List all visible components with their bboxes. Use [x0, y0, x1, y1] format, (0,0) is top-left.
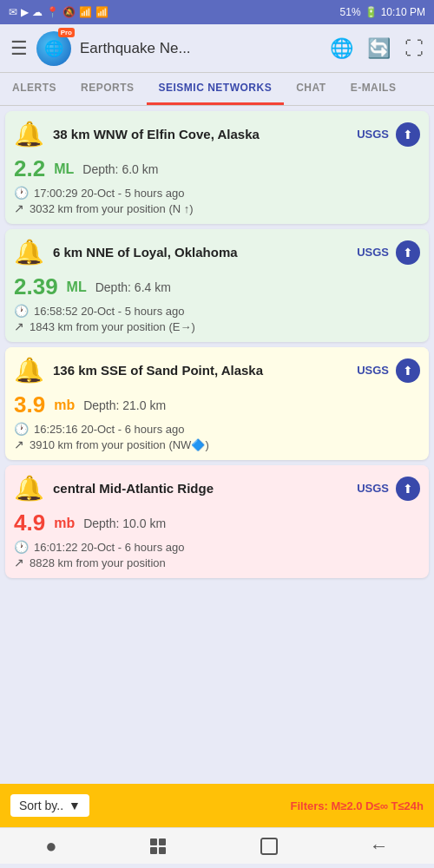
- share-button-1[interactable]: ⬆: [396, 122, 420, 147]
- status-bar-right: 51% 🔋 10:10 PM: [340, 6, 425, 18]
- card-body-1: 2.2ML Depth: 6.0 km 🕐 17:00:29 20-Oct - …: [5, 154, 429, 224]
- tab-alerts[interactable]: ALERTS: [0, 73, 69, 105]
- expand-icon[interactable]: ⛶: [404, 37, 424, 60]
- back-nav-button[interactable]: ←: [370, 835, 389, 858]
- mail-icon: ✉: [9, 6, 17, 18]
- svg-rect-0: [150, 838, 157, 845]
- depth-3: Depth: 21.0 km: [83, 398, 166, 412]
- eq-source-4: USGS: [357, 482, 389, 495]
- earthquake-icon-3: 🔔: [14, 356, 44, 385]
- time-4: 16:01:22 20-Oct - 6 hours ago: [34, 541, 184, 554]
- time-line-1: 🕐 17:00:29 20-Oct - 5 hours ago: [14, 186, 420, 200]
- wifi-icon: 📶: [79, 6, 92, 18]
- clock-icon-3: 🕐: [14, 422, 29, 436]
- magnitude-type-1: ML: [54, 161, 74, 177]
- filter-mag: 2.0: [346, 799, 362, 812]
- share-button-2[interactable]: ⬆: [396, 240, 420, 265]
- cloud-icon: ☁: [32, 6, 43, 18]
- play-icon: ▶: [21, 6, 29, 18]
- sort-button[interactable]: Sort by.. ▼: [10, 794, 89, 817]
- time-3: 16:25:16 20-Oct - 6 hours ago: [34, 423, 184, 436]
- card-body-3: 3.9mb Depth: 21.0 km 🕐 16:25:16 20-Oct -…: [5, 390, 429, 460]
- magnitude-type-3: mb: [54, 398, 75, 413]
- distance-2: 1843 km from your position (E→): [30, 320, 195, 333]
- location-icon: 📍: [46, 6, 59, 18]
- card-top-1: 🔔 38 km WNW of Elfin Cove, Alaska USGS ⬆: [5, 111, 429, 154]
- distance-line-3: ↗ 3910 km from your position (NW🔷): [14, 437, 420, 451]
- earthquake-card-1[interactable]: 🔔 38 km WNW of Elfin Cove, Alaska USGS ⬆…: [5, 111, 429, 224]
- earthquake-list: 🔔 38 km WNW of Elfin Cove, Alaska USGS ⬆…: [0, 106, 434, 784]
- home-nav-button[interactable]: ●: [45, 835, 56, 858]
- depth-2: Depth: 6.4 km: [95, 280, 171, 294]
- magnitude-line-3: 3.9mb Depth: 21.0 km: [14, 391, 420, 418]
- depth-1: Depth: 6.0 km: [82, 162, 158, 176]
- earthquake-icon-2: 🔔: [14, 238, 44, 266]
- earthquake-icon-1: 🔔: [14, 120, 44, 148]
- magnitude-type-2: ML: [67, 279, 87, 295]
- battery-icon: 🔋: [365, 6, 378, 18]
- clock-icon-1: 🕐: [14, 186, 29, 200]
- magnitude-value-4: 4.9: [14, 510, 45, 536]
- card-body-4: 4.9mb Depth: 10.0 km 🕐 16:01:22 20-Oct -…: [5, 508, 429, 578]
- menu-button[interactable]: ☰: [10, 37, 28, 60]
- card-body-2: 2.39ML Depth: 6.4 km 🕐 16:58:52 20-Oct -…: [5, 272, 429, 342]
- distance-line-4: ↗ 8828 km from your position: [14, 556, 420, 569]
- app-bar-actions: 🌐 🔄 ⛶: [330, 37, 424, 60]
- svg-rect-3: [159, 847, 166, 854]
- tab-bar: ALERTS REPORTS SEISMIC NETWORKS CHAT E-M…: [0, 73, 434, 106]
- tab-emails[interactable]: E-MAILS: [339, 73, 409, 105]
- clock-icon-4: 🕐: [14, 540, 29, 554]
- card-top-3: 🔔 136 km SSE of Sand Point, Alaska USGS …: [5, 347, 429, 390]
- time-2: 16:58:52 20-Oct - 5 hours ago: [34, 305, 184, 318]
- tab-reports[interactable]: REPORTS: [69, 73, 147, 105]
- svg-rect-1: [159, 838, 166, 845]
- earthquake-card-4[interactable]: 🔔 central Mid-Atlantic Ridge USGS ⬆ 4.9m…: [5, 465, 429, 578]
- tab-seismic-networks[interactable]: SEISMIC NETWORKS: [147, 73, 285, 105]
- eq-source-3: USGS: [357, 364, 389, 377]
- share-button-3[interactable]: ⬆: [396, 358, 420, 383]
- magnitude-type-4: mb: [54, 516, 75, 531]
- svg-rect-4: [261, 838, 277, 854]
- earthquake-icon-4: 🔔: [14, 474, 44, 503]
- sort-chevron-icon: ▼: [69, 799, 81, 812]
- distance-4: 8828 km from your position: [30, 556, 166, 569]
- eq-source-1: USGS: [357, 128, 389, 141]
- filter-dist: D≤∞ T≤24h: [365, 799, 424, 812]
- mute-icon: 🔕: [62, 6, 76, 18]
- compass-icon-1: ↗: [14, 201, 24, 215]
- status-bar-left: ✉ ▶ ☁ 📍 🔕 📶 📶: [9, 6, 108, 18]
- refresh-icon[interactable]: 🔄: [367, 37, 391, 60]
- tab-chat[interactable]: CHAT: [284, 73, 338, 105]
- sort-label: Sort by..: [19, 799, 63, 812]
- share-button-4[interactable]: ⬆: [396, 477, 420, 501]
- eq-location-3: 136 km SSE of Sand Point, Alaska: [53, 362, 357, 379]
- magnitude-value-3: 3.9: [14, 391, 45, 418]
- app-title: Earthquake Ne...: [80, 40, 321, 57]
- distance-line-2: ↗ 1843 km from your position (E→): [14, 319, 420, 333]
- earthquake-card-2[interactable]: 🔔 6 km NNE of Loyal, Oklahoma USGS ⬆ 2.3…: [5, 229, 429, 342]
- square-nav-button[interactable]: [260, 837, 279, 856]
- clock-icon-2: 🕐: [14, 304, 29, 318]
- depth-4: Depth: 10.0 km: [83, 516, 166, 530]
- time-line-2: 🕐 16:58:52 20-Oct - 5 hours ago: [14, 304, 420, 318]
- pro-badge: Pro: [58, 28, 75, 37]
- magnitude-line-1: 2.2ML Depth: 6.0 km: [14, 155, 420, 182]
- globe-icon[interactable]: 🌐: [330, 37, 353, 60]
- app-logo: 🌐 Pro: [36, 31, 71, 66]
- square-icon: [260, 837, 279, 856]
- eq-location-1: 38 km WNW of Elfin Cove, Alaska: [53, 126, 357, 143]
- time-line-3: 🕐 16:25:16 20-Oct - 6 hours ago: [14, 422, 420, 436]
- magnitude-line-2: 2.39ML Depth: 6.4 km: [14, 273, 420, 300]
- compass-icon-2: ↗: [14, 319, 24, 333]
- status-bar: ✉ ▶ ☁ 📍 🔕 📶 📶 51% 🔋 10:10 PM: [0, 0, 434, 24]
- bottom-bar: Sort by.. ▼ Filters: M≥2.0 D≤∞ T≤24h: [0, 784, 434, 827]
- card-top-2: 🔔 6 km NNE of Loyal, Oklahoma USGS ⬆: [5, 229, 429, 272]
- battery-percent: 51%: [340, 6, 361, 18]
- card-top-4: 🔔 central Mid-Atlantic Ridge USGS ⬆: [5, 465, 429, 508]
- recent-nav-button[interactable]: [148, 836, 168, 857]
- earthquake-card-3[interactable]: 🔔 136 km SSE of Sand Point, Alaska USGS …: [5, 347, 429, 460]
- magnitude-value-2: 2.39: [14, 273, 58, 300]
- magnitude-line-4: 4.9mb Depth: 10.0 km: [14, 510, 420, 536]
- time-line-4: 🕐 16:01:22 20-Oct - 6 hours ago: [14, 540, 420, 554]
- recent-icon: [148, 836, 168, 857]
